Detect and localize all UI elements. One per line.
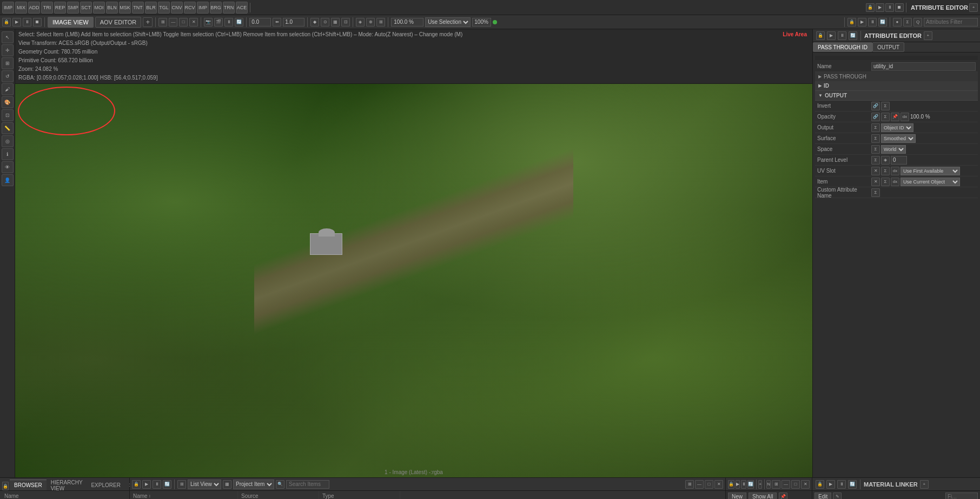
asset-grid-icon[interactable]: ▦ [223,480,231,489]
moisten-icon[interactable]: MOI [93,2,105,14]
ae-surface-sigma[interactable]: Σ [871,134,880,143]
ml-play-icon[interactable]: ▶ [826,480,835,489]
ae-space-sigma[interactable]: Σ [871,145,880,154]
vp-lock-icon[interactable]: 🔒 [2,18,11,27]
tab-pass-through-id[interactable]: PASS THROUGH ID [813,42,872,52]
cam-icon3[interactable]: ⏸ [224,18,233,27]
import-all-icon[interactable]: IMP [197,2,209,14]
ae-play2-icon[interactable]: ▶ [858,18,866,27]
ae-lock-icon[interactable]: 🔒 [866,3,875,12]
asset-play-icon[interactable]: ▶ [142,480,151,489]
sidebar-node-icon[interactable]: ◎ [2,135,14,147]
ae-surface-select[interactable]: Smoothed [881,134,916,143]
prev-play-icon[interactable]: ▶ [736,480,740,489]
asset-ctrl-3[interactable]: □ [705,480,713,489]
vp-ctrl-2[interactable]: — [169,18,177,27]
sidebar-scale-icon[interactable]: ⊞ [2,57,14,69]
ml-lock-icon[interactable]: 🔒 [816,480,824,489]
vp-ctrl-x[interactable]: ✕ [189,18,198,27]
cam-icon2[interactable]: 🎬 [214,18,223,27]
mix-icon[interactable]: MIX [15,2,27,14]
asset-ctrl-1[interactable]: ⊞ [685,480,694,489]
prev-ctrl-2[interactable]: — [782,480,790,489]
ae-hdr-lock[interactable]: 🔒 [816,31,825,40]
ae-item-sigma[interactable]: Σ [881,178,890,186]
prev-ctrl-1[interactable]: ⊞ [772,480,780,489]
tab-plus[interactable]: + [143,17,153,27]
vp-misc-3[interactable]: ▦ [331,18,340,27]
asset-lock-icon[interactable]: 🔒 [132,480,141,489]
ae-opacity-pin[interactable]: 📌 [891,113,899,121]
scatter-icon[interactable]: SCT [80,2,92,14]
ae-plus-icon[interactable]: + [969,3,978,12]
asset-pause-icon[interactable]: ⏸ [153,480,161,489]
tab-aov-editor[interactable]: AOV EDITOR [95,17,142,28]
add-mix-icon[interactable]: ADD [28,2,40,14]
blend-icon[interactable]: BLN [106,2,118,14]
asset-reload-icon[interactable]: 🔄 [163,480,171,489]
ae-opacity-link[interactable]: 🔗 [871,113,880,121]
tab-output[interactable]: OUTPUT [872,42,904,52]
sidebar-measure-icon[interactable]: 📏 [2,122,14,134]
sidebar-move-icon[interactable]: ✛ [2,44,14,56]
ae-custom-sigma[interactable]: Σ [871,188,880,197]
sidebar-crop-icon[interactable]: ⊡ [2,109,14,121]
tab-image-view[interactable]: IMAGE VIEW [48,17,94,28]
ae-uvslot-x[interactable]: ✕ [871,167,880,175]
cam-icon[interactable]: 📷 [204,18,213,27]
terrain-icon[interactable]: TRN [223,2,235,14]
ae-uvslot-dx[interactable]: dx [891,167,899,175]
toggle-icon[interactable]: TGL [158,2,170,14]
asset-layout-icon[interactable]: ⊞ [177,480,186,489]
cam-icon4[interactable]: 🔄 [235,18,243,27]
ae-parent-dx[interactable]: ◈ [881,156,890,165]
sidebar-brush-icon[interactable]: 🖌 [2,83,14,95]
value-input-1[interactable] [249,18,271,27]
project-item-dropdown[interactable]: Project Item [233,480,274,489]
ae-hdr-pause[interactable]: ⏸ [838,31,846,40]
ml-pause-icon[interactable]: ⏸ [837,480,846,489]
vp-misc-4[interactable]: ⊡ [341,18,350,27]
triplanar-icon[interactable]: TRI [41,2,53,14]
sidebar-person-icon[interactable]: 👤 [2,174,14,186]
recover-icon[interactable]: RCV [184,2,196,14]
tab-hierarchy-view[interactable]: HIERARCHY VIEW [47,480,87,490]
search-items-input[interactable] [286,480,329,489]
ae-uvslot-sigma[interactable]: Σ [881,167,890,175]
sidebar-info-icon[interactable]: ℹ [2,148,14,160]
asset-ctrl-2[interactable]: — [695,480,704,489]
prev-pause-icon[interactable]: ⏸ [741,480,746,489]
blur-icon[interactable]: BLR [145,2,157,14]
vp-misc-1[interactable]: ◆ [310,18,319,27]
ae-item-x[interactable]: ✕ [871,178,880,186]
bridge-icon[interactable]: BRG [210,2,222,14]
ae-stop-icon[interactable]: ⏹ [895,3,904,12]
ae-hdr-play[interactable]: ▶ [827,31,836,40]
browser-lock-icon[interactable]: 🔒 [2,482,9,490]
ae-pause2-icon[interactable]: ⏸ [868,18,877,27]
ae-output-select[interactable]: Object ID [881,123,913,132]
sidebar-rotate-icon[interactable]: ↺ [2,70,14,82]
prev-pin-icon[interactable]: 📌 [779,493,787,500]
prev-ctrl-x[interactable]: ✕ [801,480,810,489]
ae-parent-input[interactable] [891,156,907,165]
percent-input[interactable] [472,18,491,27]
mask-icon[interactable]: MSK [119,2,131,14]
vp-misc-5[interactable]: ◈ [356,18,365,27]
use-selection-dropdown[interactable]: Use Selection [425,17,471,27]
tab-explorer[interactable]: EXPLORER [87,480,124,490]
tab-browser[interactable]: BROWSER [10,480,47,490]
ae-output-section[interactable]: OUTPUT [815,91,978,101]
vp-arrow-icon[interactable]: ⬅ [273,18,281,27]
ae-item-dx[interactable]: dx [891,178,899,186]
sidebar-eye-icon[interactable]: 👁 [2,161,14,173]
ae-id-section[interactable]: ID [815,81,978,91]
ae-parent-sigma[interactable]: Σ [871,156,880,165]
ae-tab-icon1[interactable]: ● [893,18,902,27]
value-input-2[interactable] [283,18,304,27]
ml-reload-icon[interactable]: 🔄 [848,480,857,489]
simple-icon[interactable]: SMP [67,2,79,14]
ae-pass-through-section[interactable]: PASS THROUGH [815,72,978,81]
vp-misc-2[interactable]: ⊙ [321,18,329,27]
ae-invert-sigma[interactable]: Σ [881,102,890,110]
